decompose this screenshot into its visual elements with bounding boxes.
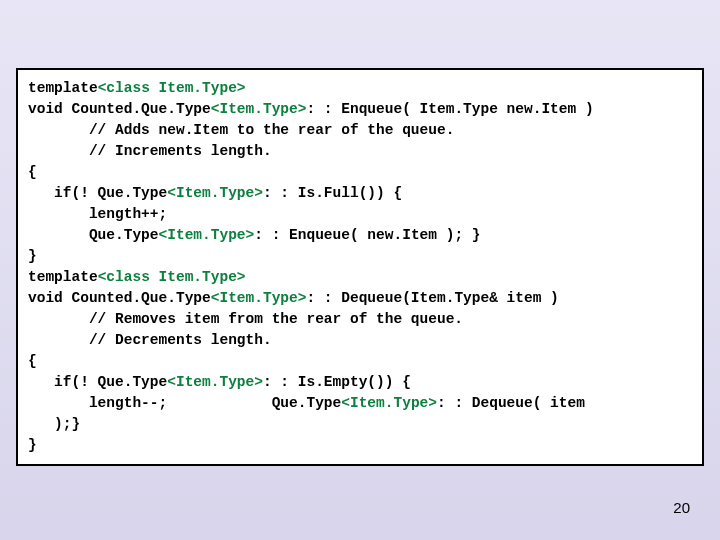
- code-text: : : Enqueue( Item.Type new.Item ): [306, 101, 593, 117]
- code-text: template: [28, 80, 98, 96]
- code-text: // Increments length.: [28, 143, 272, 159]
- code-text: void Counted.Que.Type: [28, 101, 211, 117]
- code-line: length++;: [28, 204, 692, 225]
- code-text: void Counted.Que.Type: [28, 290, 211, 306]
- code-line: // Removes item from the rear of the que…: [28, 309, 692, 330]
- code-text: : : Dequeue( item: [437, 395, 585, 411]
- template-param: <class Item.Type>: [98, 269, 246, 285]
- code-line: }: [28, 246, 692, 267]
- code-text: // Decrements length.: [28, 332, 272, 348]
- code-text: length++;: [28, 206, 167, 222]
- code-line: void Counted.Que.Type<Item.Type>: : Dequ…: [28, 288, 692, 309]
- code-text: }: [28, 248, 37, 264]
- template-param: <Item.Type>: [167, 374, 263, 390]
- code-line: if(! Que.Type<Item.Type>: : Is.Full()) {: [28, 183, 692, 204]
- template-param: <Item.Type>: [167, 185, 263, 201]
- code-text: {: [28, 164, 37, 180]
- template-param: <Item.Type>: [159, 227, 255, 243]
- code-line: // Decrements length.: [28, 330, 692, 351]
- code-text: // Adds new.Item to the rear of the queu…: [28, 122, 454, 138]
- code-text: length--; Que.Type: [28, 395, 341, 411]
- code-box: template<class Item.Type>void Counted.Qu…: [16, 68, 704, 466]
- code-line: // Adds new.Item to the rear of the queu…: [28, 120, 692, 141]
- code-text: : : Is.Full()) {: [263, 185, 402, 201]
- code-text: if(! Que.Type: [28, 185, 167, 201]
- template-param: <Item.Type>: [211, 290, 307, 306]
- code-line: template<class Item.Type>: [28, 78, 692, 99]
- code-line: template<class Item.Type>: [28, 267, 692, 288]
- code-text: );}: [28, 416, 80, 432]
- template-param: <class Item.Type>: [98, 80, 246, 96]
- template-param: <Item.Type>: [211, 101, 307, 117]
- code-line: Que.Type<Item.Type>: : Enqueue( new.Item…: [28, 225, 692, 246]
- code-line: void Counted.Que.Type<Item.Type>: : Enqu…: [28, 99, 692, 120]
- code-line: if(! Que.Type<Item.Type>: : Is.Empty()) …: [28, 372, 692, 393]
- code-text: Que.Type: [28, 227, 159, 243]
- code-line: {: [28, 162, 692, 183]
- code-text: : : Dequeue(Item.Type& item ): [306, 290, 558, 306]
- code-line: length--; Que.Type<Item.Type>: : Dequeue…: [28, 393, 692, 414]
- code-text: }: [28, 437, 37, 453]
- code-line: );}: [28, 414, 692, 435]
- template-param: <Item.Type>: [341, 395, 437, 411]
- code-text: template: [28, 269, 98, 285]
- code-text: // Removes item from the rear of the que…: [28, 311, 463, 327]
- code-text: : : Enqueue( new.Item ); }: [254, 227, 480, 243]
- code-line: {: [28, 351, 692, 372]
- code-text: {: [28, 353, 37, 369]
- page-number: 20: [673, 499, 690, 516]
- code-line: // Increments length.: [28, 141, 692, 162]
- code-text: : : Is.Empty()) {: [263, 374, 411, 390]
- code-line: }: [28, 435, 692, 456]
- code-text: if(! Que.Type: [28, 374, 167, 390]
